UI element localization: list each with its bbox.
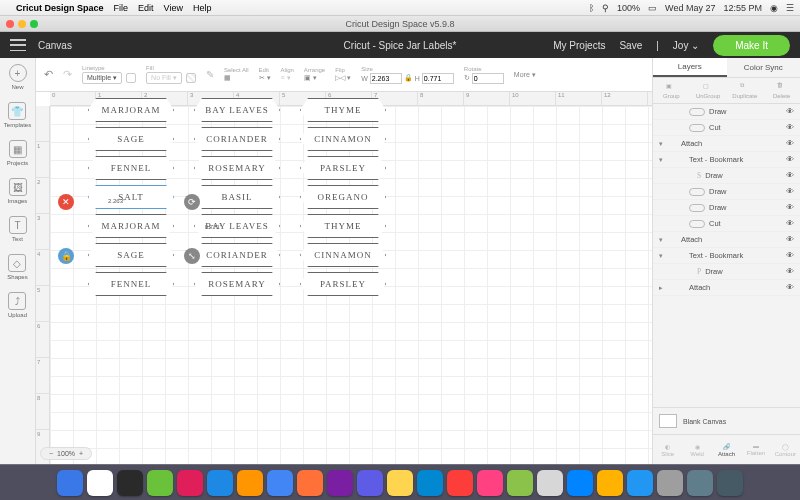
rail-text[interactable]: TText	[9, 216, 27, 242]
flip-menu[interactable]: ▷◁ ▾	[335, 74, 351, 82]
arrange-menu[interactable]: ▣ ▾	[304, 74, 325, 82]
spice-label[interactable]: FENNEL	[88, 272, 174, 296]
tab-color-sync[interactable]: Color Sync	[727, 58, 801, 77]
spice-label[interactable]: THYME	[300, 214, 386, 238]
spice-label[interactable]: BAY LEAVES	[194, 98, 280, 122]
dock-app-icon[interactable]	[207, 470, 233, 496]
height-input[interactable]	[422, 73, 454, 84]
visibility-icon[interactable]: 👁	[786, 171, 794, 180]
spice-label[interactable]: PARSLEY	[300, 156, 386, 180]
dock-app-icon[interactable]	[147, 470, 173, 496]
dock-app-icon[interactable]	[687, 470, 713, 496]
dock-app-icon[interactable]	[177, 470, 203, 496]
zoom-in[interactable]: +	[79, 450, 83, 457]
menu-view[interactable]: View	[164, 3, 183, 13]
delete-handle[interactable]: ✕	[58, 194, 74, 210]
dock-app-icon[interactable]	[267, 470, 293, 496]
spice-label[interactable]: BASIL	[194, 185, 280, 209]
visibility-icon[interactable]: 👁	[786, 267, 794, 276]
layer-row[interactable]: PDraw👁	[653, 264, 800, 280]
dock-app-icon[interactable]	[327, 470, 353, 496]
more-menu[interactable]: More ▾	[514, 71, 536, 79]
spice-label[interactable]: ROSEMARY	[194, 156, 280, 180]
menu-file[interactable]: File	[114, 3, 129, 13]
visibility-icon[interactable]: 👁	[786, 123, 794, 132]
rail-images[interactable]: 🖼Images	[8, 178, 28, 204]
redo-button[interactable]: ↷	[63, 68, 72, 81]
linetype-swatch[interactable]	[126, 73, 136, 83]
dock-app-icon[interactable]	[447, 470, 473, 496]
spice-label[interactable]: MARJORAM	[88, 98, 174, 122]
dock-app-icon[interactable]	[387, 470, 413, 496]
zoom-out[interactable]: −	[49, 450, 53, 457]
dock-app-icon[interactable]	[657, 470, 683, 496]
spice-label[interactable]: CORIANDER	[194, 127, 280, 151]
spice-label[interactable]: PARSLEY	[300, 272, 386, 296]
visibility-icon[interactable]: 👁	[786, 155, 794, 164]
layer-row[interactable]: Cut👁	[653, 120, 800, 136]
traffic-lights[interactable]	[6, 20, 38, 28]
visibility-icon[interactable]: 👁	[786, 107, 794, 116]
dock-app-icon[interactable]	[87, 470, 113, 496]
layer-row[interactable]: ▾Attach👁	[653, 136, 800, 152]
baction-attach[interactable]: 🔗Attach	[712, 435, 741, 464]
layer-row[interactable]: ▾Attach👁	[653, 232, 800, 248]
lock-handle[interactable]: 🔒	[58, 248, 74, 264]
user-menu[interactable]: Joy ⌄	[673, 40, 699, 51]
dock-app-icon[interactable]	[537, 470, 563, 496]
blank-canvas-row[interactable]: Blank Canvas	[653, 407, 800, 434]
layer-row[interactable]: ▾Text - Bookmark👁	[653, 152, 800, 168]
rail-projects[interactable]: ▦Projects	[7, 140, 29, 166]
rail-upload[interactable]: ⤴Upload	[8, 292, 27, 318]
rail-new[interactable]: +New	[9, 64, 27, 90]
canvas[interactable]: 0123456789101112 12345678910 MARJORAMBAY…	[36, 92, 652, 464]
visibility-icon[interactable]: 👁	[786, 203, 794, 212]
width-input[interactable]	[370, 73, 402, 84]
select-all-button[interactable]: ▦	[224, 74, 249, 82]
menu-edit[interactable]: Edit	[138, 3, 154, 13]
bluetooth-icon[interactable]: ᛒ	[589, 3, 594, 13]
dock-app-icon[interactable]	[297, 470, 323, 496]
spice-label[interactable]: CORIANDER	[194, 243, 280, 267]
layer-row[interactable]: Cut👁	[653, 216, 800, 232]
siri-icon[interactable]: ◉	[770, 3, 778, 13]
rotate-handle[interactable]: ⟳	[184, 194, 200, 210]
rotate-input[interactable]	[472, 73, 504, 84]
spotlight-icon[interactable]: ☰	[786, 3, 794, 13]
fill-swatch[interactable]	[186, 73, 196, 83]
visibility-icon[interactable]: 👁	[786, 283, 794, 292]
wifi-icon[interactable]: ⚲	[602, 3, 609, 13]
dock-app-icon[interactable]	[237, 470, 263, 496]
spice-label[interactable]: ROSEMARY	[194, 272, 280, 296]
menu-help[interactable]: Help	[193, 3, 212, 13]
save-button[interactable]: Save	[619, 40, 642, 51]
undo-button[interactable]: ↶	[44, 68, 53, 81]
visibility-icon[interactable]: 👁	[786, 139, 794, 148]
layer-row[interactable]: Draw👁	[653, 104, 800, 120]
spice-label[interactable]: SAGE	[88, 127, 174, 151]
fill-select[interactable]: No Fill ▾	[146, 72, 182, 84]
layer-row[interactable]: Draw👁	[653, 184, 800, 200]
align-menu[interactable]: ≡ ▾	[281, 74, 294, 82]
dock-app-icon[interactable]	[477, 470, 503, 496]
dock-app-icon[interactable]	[627, 470, 653, 496]
layer-row[interactable]: SDraw👁	[653, 168, 800, 184]
dock-app-icon[interactable]	[507, 470, 533, 496]
scale-handle[interactable]: ⤡	[184, 248, 200, 264]
layer-row[interactable]: ▸Attach👁	[653, 280, 800, 296]
make-it-button[interactable]: Make It	[713, 35, 790, 56]
visibility-icon[interactable]: 👁	[786, 235, 794, 244]
visibility-icon[interactable]: 👁	[786, 219, 794, 228]
action-duplicate[interactable]: ⧉Duplicate	[727, 78, 764, 103]
spice-label[interactable]: CINNAMON	[300, 127, 386, 151]
rail-shapes[interactable]: ◇Shapes	[7, 254, 27, 280]
layer-row[interactable]: Draw👁	[653, 200, 800, 216]
lock-aspect-icon[interactable]: 🔒	[404, 74, 413, 82]
spice-label[interactable]: CINNAMON	[300, 243, 386, 267]
my-projects-link[interactable]: My Projects	[553, 40, 605, 51]
visibility-icon[interactable]: 👁	[786, 187, 794, 196]
action-delete[interactable]: 🗑Delete	[763, 78, 800, 103]
tab-layers[interactable]: Layers	[653, 58, 727, 77]
dock-app-icon[interactable]	[117, 470, 143, 496]
spice-label[interactable]: OREGANO	[300, 185, 386, 209]
